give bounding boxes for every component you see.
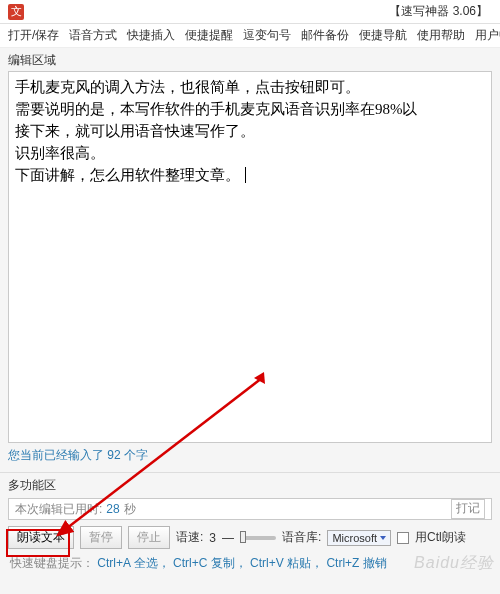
menu-quick-insert[interactable]: 快捷插入 [127, 27, 175, 44]
menubar: 打开/保存 语音方式 快捷插入 便捷提醒 逗变句号 邮件备份 便捷导航 使用帮助… [0, 24, 500, 48]
speed-value: 3 [209, 531, 216, 545]
ctrl-read-label: 用Ctl朗读 [415, 529, 466, 546]
hint-v1: 全选， [134, 556, 170, 570]
keyboard-hints: 快速键盘提示： Ctrl+A 全选， Ctrl+C 复制， Ctrl+V 粘贴，… [0, 553, 500, 574]
hint-k4: Ctrl+Z [326, 556, 359, 570]
speed-label: 语速: [176, 529, 203, 546]
hint-v2: 复制， [211, 556, 247, 570]
menu-handy-nav[interactable]: 便捷导航 [359, 27, 407, 44]
hint-k2: Ctrl+C [173, 556, 207, 570]
timer-prefix: 本次编辑已用时: [15, 501, 102, 518]
app-icon: 文 [8, 4, 24, 20]
text-cursor [241, 167, 246, 183]
menu-voice-mode[interactable]: 语音方式 [69, 27, 117, 44]
status-count: 92 [107, 448, 120, 462]
editor-textarea[interactable]: 手机麦克风的调入方法，也很简单，点击按钮即可。 需要说明的是，本写作软件的手机麦… [8, 71, 492, 443]
hint-v3: 粘贴， [287, 556, 323, 570]
ctrl-read-checkbox[interactable] [397, 532, 409, 544]
timer-value: 28 [106, 502, 119, 516]
hint-prefix: 快速键盘提示： [10, 556, 94, 570]
voice-library-label: 语音库: [282, 529, 321, 546]
menu-open-save[interactable]: 打开/保存 [8, 27, 59, 44]
pause-button[interactable]: 暂停 [80, 526, 122, 549]
multi-section-label: 多功能区 [0, 472, 500, 496]
hint-k1: Ctrl+A [97, 556, 130, 570]
status-suffix: 个字 [124, 448, 148, 462]
read-text-button[interactable]: 朗读文本 [8, 526, 74, 549]
timer-row: 本次编辑已用时: 28 秒 打记 [8, 498, 492, 520]
word-count-status: 您当前已经输入了 92 个字 [0, 443, 500, 468]
voice-library-value: Microsoft [332, 532, 377, 544]
timer-unit: 秒 [124, 501, 136, 518]
editor-section-label: 编辑区域 [0, 48, 500, 71]
titlebar: 文 【速写神器 3.06】 [0, 0, 500, 24]
editor-content: 手机麦克风的调入方法，也很简单，点击按钮即可。 需要说明的是，本写作软件的手机麦… [15, 79, 418, 183]
menu-sentence-change[interactable]: 逗变句号 [243, 27, 291, 44]
voice-library-select[interactable]: Microsoft [327, 530, 391, 546]
stop-button[interactable]: 停止 [128, 526, 170, 549]
chevron-down-icon [380, 536, 386, 540]
menu-usage-help[interactable]: 使用帮助 [417, 27, 465, 44]
status-prefix: 您当前已经输入了 [8, 448, 104, 462]
window-title: 【速写神器 3.06】 [30, 3, 492, 20]
speed-dash: — [222, 531, 234, 545]
menu-handy-reminder[interactable]: 便捷提醒 [185, 27, 233, 44]
controls-row: 朗读文本 暂停 停止 语速: 3 — 语音库: Microsoft 用Ctl朗读 [0, 522, 500, 553]
hint-k3: Ctrl+V [250, 556, 284, 570]
hint-v4: 撤销 [363, 556, 387, 570]
speed-slider[interactable] [240, 536, 276, 540]
note-input[interactable]: 打记 [451, 499, 485, 519]
speed-slider-thumb[interactable] [240, 531, 246, 543]
menu-mail-backup[interactable]: 邮件备份 [301, 27, 349, 44]
menu-user-center[interactable]: 用户中心 [475, 27, 500, 44]
